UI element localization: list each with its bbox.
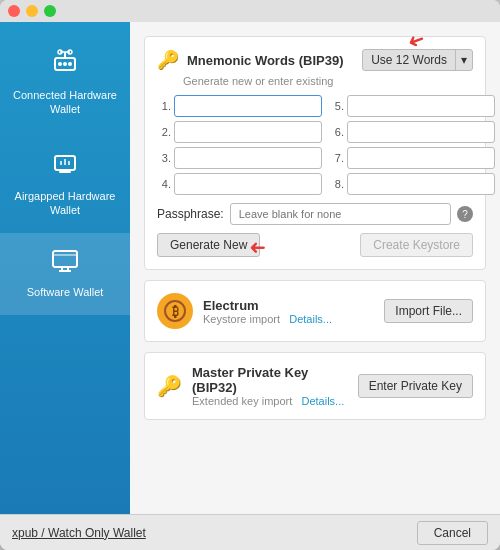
master-key-details-link[interactable]: Details...	[301, 395, 344, 407]
enter-private-key-button[interactable]: Enter Private Key	[358, 374, 473, 398]
cancel-button[interactable]: Cancel	[417, 521, 488, 545]
svg-point-1	[58, 62, 62, 66]
sidebar-item-airgapped-hardware[interactable]: Airgapped HardwareWallet	[0, 133, 130, 234]
mnemonic-input-3[interactable]	[174, 147, 322, 169]
svg-text:₿: ₿	[172, 304, 179, 319]
xpub-watch-only-link[interactable]: xpub / Watch Only Wallet	[12, 526, 146, 540]
electrum-subtitle: Keystore import	[203, 313, 280, 325]
footer: xpub / Watch Only Wallet Cancel	[0, 514, 500, 550]
sidebar-item-airgapped-hardware-label: Airgapped HardwareWallet	[15, 189, 116, 218]
mnemonic-header: 🔑 Mnemonic Words (BIP39) Use 12 Words ▾	[157, 49, 473, 71]
connected-hardware-icon	[51, 48, 79, 82]
mnemonic-row-8: 8.	[330, 173, 495, 195]
mnemonic-input-1[interactable]	[174, 95, 322, 117]
mnemonic-row-6: 6.	[330, 121, 495, 143]
software-wallet-icon	[51, 249, 79, 279]
mnemonic-num-5: 5.	[330, 100, 344, 112]
svg-rect-15	[53, 251, 77, 267]
private-key-icon: 🔑	[157, 374, 182, 398]
sidebar: Connected HardwareWallet Airgapped Hardw…	[0, 22, 130, 514]
mnemonic-row-5: 5.	[330, 95, 495, 117]
use-words-dropdown-arrow[interactable]: ▾	[456, 50, 472, 70]
mnemonic-num-7: 7.	[330, 152, 344, 164]
mnemonic-row-3: 3.	[157, 147, 322, 169]
help-icon[interactable]: ?	[457, 206, 473, 222]
titlebar	[0, 0, 500, 22]
mnemonic-num-2: 2.	[157, 126, 171, 138]
sidebar-item-software-wallet-label: Software Wallet	[27, 285, 104, 299]
mnemonic-row-7: 7.	[330, 147, 495, 169]
electrum-content: ₿ Electrum Keystore import Details... Im…	[157, 293, 473, 329]
mnemonic-input-8[interactable]	[347, 173, 495, 195]
electrum-import-button[interactable]: Import File...	[384, 299, 473, 323]
mnemonic-col-1: 1. 2. 3. 4.	[157, 95, 322, 195]
mnemonic-input-2[interactable]	[174, 121, 322, 143]
svg-point-2	[63, 62, 67, 66]
mnemonic-num-3: 3.	[157, 152, 171, 164]
master-key-section: 🔑 Master Private Key (BIP32) Extended ke…	[144, 352, 486, 420]
passphrase-input[interactable]	[230, 203, 451, 225]
mnemonic-num-8: 8.	[330, 178, 344, 190]
sidebar-item-software-wallet[interactable]: Software Wallet	[0, 233, 130, 315]
mnemonic-input-7[interactable]	[347, 147, 495, 169]
main-window: Connected HardwareWallet Airgapped Hardw…	[0, 0, 500, 550]
maximize-button[interactable]	[44, 5, 56, 17]
main-content: Connected HardwareWallet Airgapped Hardw…	[0, 22, 500, 514]
electrum-icon: ₿	[157, 293, 193, 329]
svg-rect-11	[59, 171, 71, 173]
private-key-content: 🔑 Master Private Key (BIP32) Extended ke…	[157, 365, 473, 407]
mnemonic-input-4[interactable]	[174, 173, 322, 195]
mnemonic-row-2: 2.	[157, 121, 322, 143]
private-key-info: Master Private Key (BIP32) Extended key …	[192, 365, 348, 407]
mnemonic-title-row: 🔑 Mnemonic Words (BIP39)	[157, 49, 344, 71]
minimize-button[interactable]	[26, 5, 38, 17]
master-key-subtitle: Extended key import	[192, 395, 292, 407]
electrum-info: Electrum Keystore import Details...	[203, 298, 374, 325]
mnemonic-num-4: 4.	[157, 178, 171, 190]
airgapped-hardware-icon	[51, 149, 79, 183]
passphrase-row: Passphrase: ?	[157, 203, 473, 225]
use-words-button[interactable]: Use 12 Words ▾	[362, 49, 473, 71]
sidebar-item-connected-hardware-label: Connected HardwareWallet	[13, 88, 117, 117]
passphrase-label: Passphrase:	[157, 207, 224, 221]
master-key-sub: Extended key import Details...	[192, 395, 348, 407]
mnemonic-input-6[interactable]	[347, 121, 495, 143]
mnemonic-num-6: 6.	[330, 126, 344, 138]
mnemonic-subtitle: Generate new or enter existing	[183, 75, 473, 87]
mnemonic-key-icon: 🔑	[157, 49, 179, 71]
mnemonic-row-4: 4.	[157, 173, 322, 195]
content-area: 🔑 Mnemonic Words (BIP39) Use 12 Words ▾ …	[130, 22, 500, 514]
electrum-sub: Keystore import Details...	[203, 313, 374, 325]
mnemonic-col-2: 5. 6. 7. 8.	[330, 95, 495, 195]
electrum-details-link[interactable]: Details...	[289, 313, 332, 325]
mnemonic-section: 🔑 Mnemonic Words (BIP39) Use 12 Words ▾ …	[144, 36, 486, 270]
mnemonic-row-1: 1.	[157, 95, 322, 117]
mnemonic-title: Mnemonic Words (BIP39)	[187, 53, 344, 68]
use-words-label[interactable]: Use 12 Words	[363, 50, 456, 70]
mnemonic-grid: 1. 2. 3. 4.	[157, 95, 473, 195]
create-keystore-button[interactable]: Create Keystore	[360, 233, 473, 257]
close-button[interactable]	[8, 5, 20, 17]
sidebar-item-connected-hardware[interactable]: Connected HardwareWallet	[0, 32, 130, 133]
generate-create-row: Generate New ➜ Create Keystore	[157, 233, 473, 257]
mnemonic-input-5[interactable]	[347, 95, 495, 117]
electrum-title: Electrum	[203, 298, 374, 313]
electrum-section: ₿ Electrum Keystore import Details... Im…	[144, 280, 486, 342]
generate-new-button[interactable]: Generate New	[157, 233, 260, 257]
mnemonic-num-1: 1.	[157, 100, 171, 112]
master-key-title: Master Private Key (BIP32)	[192, 365, 348, 395]
svg-point-3	[68, 62, 72, 66]
